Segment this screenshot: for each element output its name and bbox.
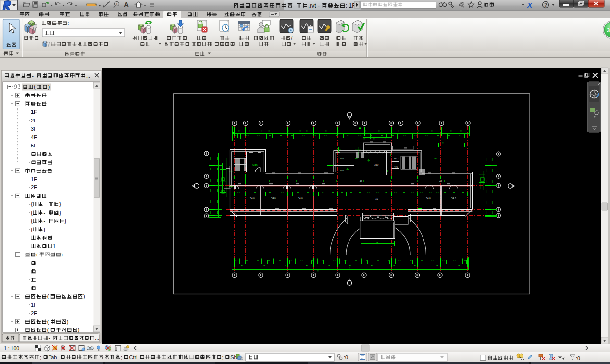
svg-text:...: ... [86,73,90,79]
svg-text:3F: 3F [31,126,37,132]
svg-text:2F: 2F [31,310,37,316]
svg-text:): ) [48,84,50,90]
svg-text:A: A [124,1,129,9]
svg-text:}: } [59,210,61,216]
svg-text:369: 369 [374,163,379,166]
svg-text:4F: 4F [31,134,37,140]
svg-text:): ) [83,293,85,299]
svg-text::0: :0 [576,355,580,361]
svg-text:{: { [31,227,33,232]
svg-text:}: } [59,201,61,207]
svg-text:1F: 1F [31,302,37,308]
svg-text:{: { [31,218,33,224]
svg-text:(: ( [34,84,36,90]
svg-text:-: - [44,210,46,216]
svg-text:{: { [31,201,33,207]
svg-text::: : [68,20,69,26]
svg-text:): ) [78,327,80,333]
svg-text:Tab: Tab [49,354,57,360]
svg-text:4 6: 4 6 [394,165,398,168]
svg-text:49: 49 [360,180,362,182]
svg-text:10: 10 [375,197,378,200]
svg-text:2F: 2F [31,184,37,190]
svg-text:;: ; [40,354,41,360]
svg-text:(: ( [36,252,38,257]
svg-text::0: :0 [344,354,348,360]
svg-text:;: ; [222,354,224,360]
svg-text:}: } [44,227,46,232]
svg-text:49: 49 [439,180,442,182]
svg-text:1 : 100: 1 : 100 [4,345,19,351]
svg-text:.rvt -: .rvt - [308,2,320,9]
svg-text:48 2: 48 2 [394,157,399,160]
svg-text:): ) [61,252,63,257]
svg-text:(: ( [47,319,49,325]
svg-text:/: / [291,35,292,41]
svg-text:?: ? [544,2,548,8]
svg-text:(: ( [47,327,49,333]
svg-text:: 1F: : 1F [346,2,356,9]
svg-text:X: X [527,1,533,9]
svg-text:5F: 5F [31,143,37,148]
svg-text:-: - [32,73,34,79]
svg-text:54 6: 54 6 [426,197,431,200]
svg-text:54 6: 54 6 [250,197,255,200]
svg-text:1F: 1F [31,176,37,182]
svg-text:54 6: 54 6 [271,197,276,200]
svg-text:(: ( [47,293,49,299]
svg-text:2F: 2F [31,118,37,123]
svg-text:1: 1 [53,243,56,249]
svg-text:...: ... [95,335,99,340]
svg-text:-: - [49,335,50,340]
svg-text:-: - [44,201,46,207]
svg-text:-: - [44,218,46,224]
svg-text:1: 1 [116,2,118,6]
svg-text:Ctrl: Ctrl [129,354,137,360]
svg-text:_: _ [293,2,297,9]
svg-text:}: } [65,218,67,224]
svg-text:6 6: 6 6 [340,157,344,160]
svg-text:1F: 1F [31,109,37,115]
svg-text:43B6: 43B6 [252,163,258,166]
svg-text:54 6: 54 6 [451,197,456,200]
svg-text:): ) [67,319,69,325]
svg-text:54 6: 54 6 [298,197,303,200]
svg-text:{: { [31,210,33,216]
svg-text:;: ; [121,354,122,360]
svg-text:38: 38 [607,27,610,33]
svg-text:8 6: 8 6 [340,169,344,172]
